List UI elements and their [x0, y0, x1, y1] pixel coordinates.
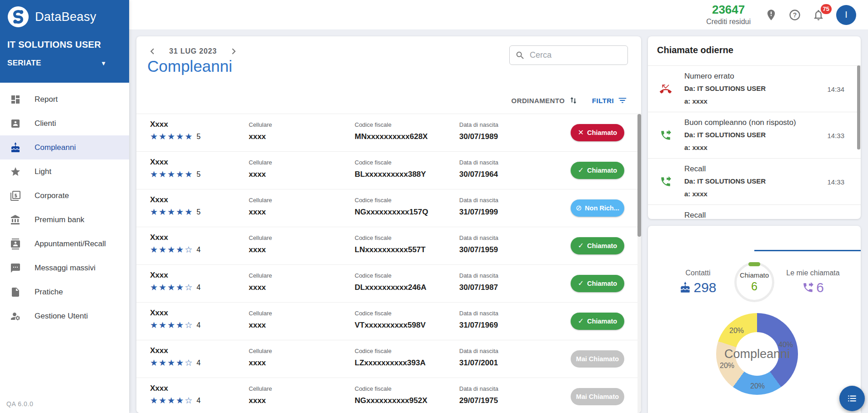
table-row[interactable]: Xxxx ★★★★☆ 4 Cellulare xxxx Codice fisca…: [136, 378, 641, 413]
table-row[interactable]: Xxxx ★★★★★ 5 Cellulare xxxx Codice fisca…: [136, 152, 641, 189]
call-title: Buon compleanno (non risposto): [684, 118, 796, 127]
status-badge[interactable]: Mai Chiamato: [571, 388, 624, 405]
activity-tab[interactable]: [648, 226, 754, 251]
sidebar-item[interactable]: Premium bank: [0, 208, 129, 232]
table-row[interactable]: Xxxx ★★★★☆ 4 Cellulare xxxx Codice fisca…: [136, 303, 641, 340]
birth-date-value: 30/07/1989: [459, 132, 498, 141]
slice-label: 40%: [778, 341, 793, 349]
star-rating-icons: ★★★★☆: [150, 358, 193, 367]
alert-pin-icon[interactable]: [763, 7, 779, 23]
contact-cell: Xxxx ★★★★★ 5: [150, 120, 201, 141]
outgoing-call-icon: [660, 176, 672, 188]
sidebar-item[interactable]: Clienti: [0, 111, 129, 135]
help-icon[interactable]: ?: [787, 7, 803, 23]
rating-number: 4: [196, 359, 201, 367]
search-input[interactable]: [530, 50, 622, 60]
contact-name: Xxxx: [150, 309, 201, 318]
rating-number: 5: [196, 133, 201, 141]
contact-cell: Xxxx ★★★★☆ 4: [150, 346, 201, 367]
call-to: a: xxxx: [684, 190, 707, 198]
star-rating-icons: ★★★★☆: [150, 396, 193, 405]
status-label: Chiamato: [587, 318, 617, 325]
avatar[interactable]: I: [836, 5, 856, 25]
calls-scrollbar-thumb[interactable]: [857, 65, 860, 149]
rating: ★★★★★ 5: [150, 170, 201, 179]
filter-icon: [617, 95, 627, 105]
call-title: Recall: [684, 211, 706, 219]
stat-called-label: Chiamato: [740, 271, 769, 279]
status-label: Chiamato: [587, 129, 617, 136]
status-badge[interactable]: ✓ Chiamato: [571, 162, 624, 179]
rating: ★★★★★ 5: [150, 132, 201, 141]
birthday-list: Xxxx ★★★★★ 5 Cellulare xxxx Codice fisca…: [136, 114, 641, 413]
call-entry[interactable]: Recall: [648, 205, 861, 219]
table-row[interactable]: Xxxx ★★★★☆ 4 Cellulare xxxx Codice fisca…: [136, 265, 641, 303]
status-badge[interactable]: ⊘ Non Rich...: [571, 199, 624, 217]
sidebar-item[interactable]: Light: [0, 159, 129, 184]
sidebar-item[interactable]: Messaggi massivi: [0, 256, 129, 280]
status-badge[interactable]: Mai Chiamato: [571, 350, 624, 368]
sort-control[interactable]: ORDINAMENTO: [512, 95, 578, 105]
table-row[interactable]: Xxxx ★★★★☆ 4 Cellulare xxxx Codice fisca…: [136, 340, 641, 378]
status-badge[interactable]: ✕ Chiamato: [571, 124, 624, 141]
birth-date-label: Data di nascita: [459, 121, 498, 128]
sidebar-item[interactable]: Corporate: [0, 184, 129, 208]
table-row[interactable]: Xxxx ★★★★☆ 4 Cellulare xxxx Codice fisca…: [136, 227, 641, 265]
location-selector[interactable]: SERIATE ▼: [7, 59, 122, 68]
star-icon: [10, 166, 21, 177]
status-badge[interactable]: ✓ Chiamato: [571, 237, 624, 254]
star-rating-icons: ★★★★★: [150, 170, 193, 179]
brand-name: DataBeasy: [35, 10, 96, 24]
call-title: Numero errato: [684, 72, 734, 81]
list-fab-button[interactable]: [839, 386, 865, 411]
list-scrollbar-thumb[interactable]: [637, 114, 641, 237]
contact-name: Xxxx: [150, 120, 201, 129]
stat-my-calls-label: Le mie chiamata: [777, 269, 849, 277]
fiscal-code-value: LZxxxxxxxxxx393A: [355, 358, 426, 368]
svg-text:?: ?: [793, 11, 797, 18]
call-entry[interactable]: Numero errato Da: IT SOLUTIONS USER a: x…: [648, 66, 861, 112]
status-badge[interactable]: ✓ Chiamato: [571, 275, 624, 292]
phone-value: xxxx: [249, 245, 272, 254]
phone-cell: Cellulare xxxx: [249, 310, 272, 330]
sidebar-item[interactable]: Report: [0, 87, 129, 111]
rating: ★★★★☆ 4: [150, 321, 201, 329]
list-scrollbar: [637, 114, 641, 413]
birth-date-cell: Data di nascita 30/07/1987: [459, 272, 498, 292]
call-entry[interactable]: Buon compleanno (non risposto) Da: IT SO…: [648, 112, 861, 159]
filter-control[interactable]: FILTRI: [592, 95, 627, 105]
rating-number: 4: [196, 321, 201, 329]
table-row[interactable]: Xxxx ★★★★★ 5 Cellulare xxxx Codice fisca…: [136, 114, 641, 152]
activity-tab[interactable]: [754, 226, 861, 251]
call-entry[interactable]: Recall Da: IT SOLUTIONS USER a: xxxx 14:…: [648, 159, 861, 205]
contact-cell: Xxxx ★★★★☆ 4: [150, 309, 201, 329]
phone-label: Cellulare: [249, 385, 272, 392]
brand: DataBeasy: [7, 6, 122, 28]
sidebar-item[interactable]: Compleanni: [0, 135, 129, 159]
ring-progress-arc: [748, 262, 760, 266]
slice-label: 20%: [750, 382, 765, 390]
filter-label: FILTRI: [592, 97, 614, 104]
x-icon: ✕: [578, 129, 584, 136]
sidebar-item[interactable]: Pratiche: [0, 280, 129, 304]
sidebar-item[interactable]: Gestione Utenti: [0, 304, 129, 328]
table-row[interactable]: Xxxx ★★★★★ 5 Cellulare xxxx Codice fisca…: [136, 189, 641, 227]
birth-date-value: 30/07/1959: [459, 245, 498, 254]
phone-label: Cellulare: [249, 348, 272, 354]
call-title: Recall: [684, 164, 706, 174]
contact-name: Xxxx: [150, 384, 201, 393]
rating: ★★★★★ 5: [150, 208, 201, 216]
fiscal-code-label: Codice fiscale: [355, 310, 426, 317]
fiscal-code-value: LNxxxxxxxxxx557T: [355, 245, 426, 254]
status-badge[interactable]: ✓ Chiamato: [571, 313, 624, 330]
phone-cell: Cellulare xxxx: [249, 121, 272, 141]
chevron-right-icon[interactable]: [228, 45, 240, 57]
sort-label: ORDINAMENTO: [512, 97, 565, 104]
notifications-bell[interactable]: 75: [811, 7, 826, 23]
birth-date-label: Data di nascita: [459, 348, 498, 354]
document-icon: [10, 287, 21, 298]
sidebar-item[interactable]: Appuntamenti/Recall: [0, 232, 129, 256]
call-to: a: xxxx: [684, 97, 707, 105]
chevron-left-icon[interactable]: [146, 45, 158, 57]
sidebar-item-label: Light: [35, 167, 51, 176]
